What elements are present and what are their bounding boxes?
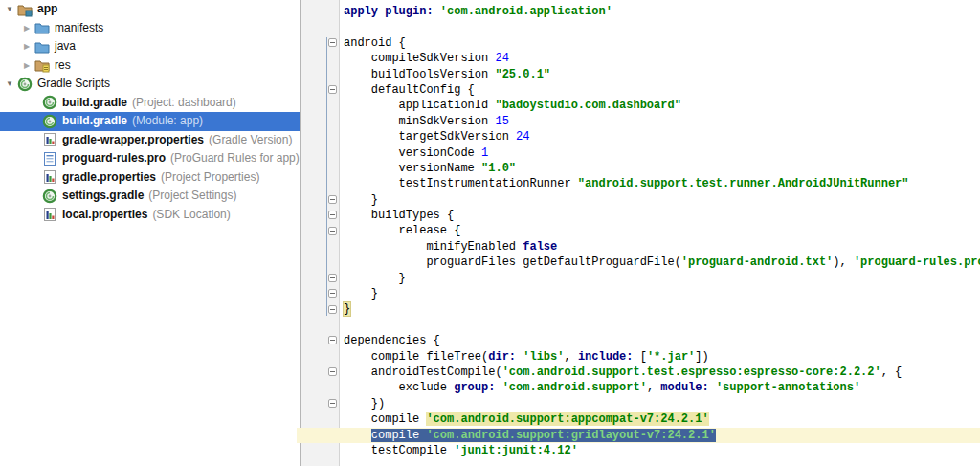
gradle-icon [42,95,57,110]
code-token: 'support-annotations' [716,381,860,394]
code-line[interactable]: buildToolsVersion "25.0.1" [340,67,980,82]
fold-end-icon[interactable] [328,289,337,298]
code-line[interactable]: } [340,286,980,301]
code-line[interactable]: } [340,301,980,317]
code-line[interactable]: targetSdkVersion 24 [340,129,980,144]
code-line[interactable]: android { [340,35,980,51]
tree-item-gradle-wrapper-properties[interactable]: gradle-wrapper.properties(Gradle Version… [0,131,300,150]
code-line[interactable]: defaultConfig { [340,82,980,98]
fold-end-icon[interactable] [328,195,337,204]
fold-collapse-icon[interactable] [328,367,337,376]
code-line[interactable]: compile 'com.android.support:appcompat-v… [340,411,980,427]
tree-item-gradle-scripts[interactable]: ▼Gradle Scripts [0,75,300,94]
code-line[interactable]: minifyEnabled false [340,239,980,255]
properties-icon [42,132,57,147]
tree-item-suffix: (Project Settings) [148,187,236,206]
code-editor[interactable]: apply plugin: 'com.android.application'a… [301,0,980,466]
code-line[interactable] [340,318,980,333]
fold-collapse-icon[interactable] [328,38,337,47]
code-line[interactable]: } [340,271,980,286]
fold-collapse-icon[interactable] [328,85,337,94]
code-token: "1.0" [481,162,516,175]
code-line[interactable]: testCompile 'junit:junit:4.12' [340,443,980,458]
tree-item-local-properties[interactable]: local.properties(SDK Location) [0,206,300,225]
code-line[interactable]: compile fileTree(dir: 'libs', include: [… [340,349,980,365]
code-line[interactable]: proguardFiles getDefaultProguardFile('pr… [340,255,980,270]
code-token: targetSdkVersion [344,130,516,144]
code-line[interactable]: versionName "1.0" [340,161,980,176]
properties-icon [42,169,57,185]
code-line[interactable]: } [340,192,980,208]
fold-collapse-icon[interactable] [328,336,337,344]
app-folder-icon [17,2,33,17]
code-token: exclude [344,381,454,394]
chevron-right-icon[interactable]: ▶ [19,37,34,56]
code-token: [ [633,350,646,364]
chevron-down-icon[interactable]: ▼ [2,0,17,19]
code-token: "25.0.1" [495,68,550,81]
editor-gutter[interactable] [301,0,340,466]
tree-item-settings-gradle[interactable]: settings.gradle(Project Settings) [0,187,300,206]
code-line[interactable]: release { [340,223,980,238]
chevron-down-icon[interactable]: ▼ [2,75,17,94]
code-line[interactable]: apply plugin: 'com.android.application' [340,4,980,19]
code-token: false [523,240,557,254]
tree-item-label: gradle.properties [62,168,156,188]
code-token: "badoystudio.com.dashboard" [495,99,680,112]
code-line[interactable]: applicationId "badoystudio.com.dashboard… [340,98,980,113]
code-token: 'com.android.support.test.espresso:espre… [502,366,881,379]
code-token: 'com.android.support' [502,381,647,394]
tree-item-java[interactable]: ▶java [0,37,300,56]
code-token [495,381,501,394]
code-token: 1 [481,146,488,160]
fold-collapse-icon[interactable] [328,211,337,219]
chevron-right-icon[interactable]: ▶ [19,19,34,38]
code-line[interactable]: versionCode 1 [340,145,980,161]
tree-item-build-gradle[interactable]: build.gradle(Module: app) [0,112,300,131]
tree-item-gradle-properties[interactable]: gradle.properties(Project Properties) [0,168,300,188]
code-token: android { [344,36,406,50]
code-token: ), [833,255,854,269]
code-line[interactable]: androidTestCompile('com.android.support.… [340,365,980,380]
code-line[interactable]: minSdkVersion 15 [340,114,980,129]
code-token: compileSdkVersion [344,52,495,65]
code-token [344,429,371,442]
code-token: '*.jar' [647,350,695,364]
code-token: "android.support.test.runner.AndroidJUni… [578,177,909,190]
fold-collapse-icon[interactable] [328,227,337,235]
fold-end-icon[interactable] [328,274,337,282]
code-token: minifyEnabled [344,240,523,254]
chevron-right-icon[interactable]: ▶ [19,56,34,76]
highlighted-string: 'com.android.support:appcompat-v7:24.2.1… [426,412,708,426]
code-line[interactable]: testInstrumentationRunner "android.suppo… [340,176,980,191]
tree-item-app[interactable]: ▼app [0,0,300,19]
tree-item-label: Gradle Scripts [37,75,110,94]
code-line[interactable]: compileSdkVersion 24 [340,51,980,66]
code-token [709,381,716,394]
tree-item-manifests[interactable]: ▶manifests [0,19,300,38]
tree-item-build-gradle[interactable]: build.gradle(Project: dashboard) [0,94,300,113]
code-token: } [344,193,378,207]
document-icon [42,151,57,166]
code-line[interactable]: buildTypes { [340,208,980,223]
code-area[interactable]: apply plugin: 'com.android.application'a… [340,0,980,466]
code-token: buildToolsVersion [344,68,495,81]
code-token: , [564,350,577,364]
code-token: 'proguard-android.txt' [681,255,833,269]
project-tree-panel[interactable]: ▼app▶manifests▶java▶res▼Gradle Scriptsbu… [0,0,300,466]
folder-icon [34,39,50,55]
fold-end-icon[interactable] [328,305,337,314]
code-line-selected[interactable]: compile 'com.android.support:gridlayout-… [297,428,980,443]
tree-item-res[interactable]: ▶res [0,56,300,76]
code-line[interactable]: exclude group: 'com.android.support', mo… [340,380,980,395]
tree-item-label: manifests [55,19,103,38]
tree-item-suffix: (Project Properties) [161,168,259,188]
fold-end-icon[interactable] [328,399,337,408]
code-line[interactable]: }) [340,396,980,411]
code-line[interactable] [340,19,980,34]
code-line[interactable]: dependencies { [340,333,980,348]
gradle-icon [42,114,57,129]
tree-item-label: app [37,0,57,19]
code-token: 'com.android.application' [440,5,612,18]
tree-item-proguard-rules-pro[interactable]: proguard-rules.pro(ProGuard Rules for ap… [0,149,300,168]
